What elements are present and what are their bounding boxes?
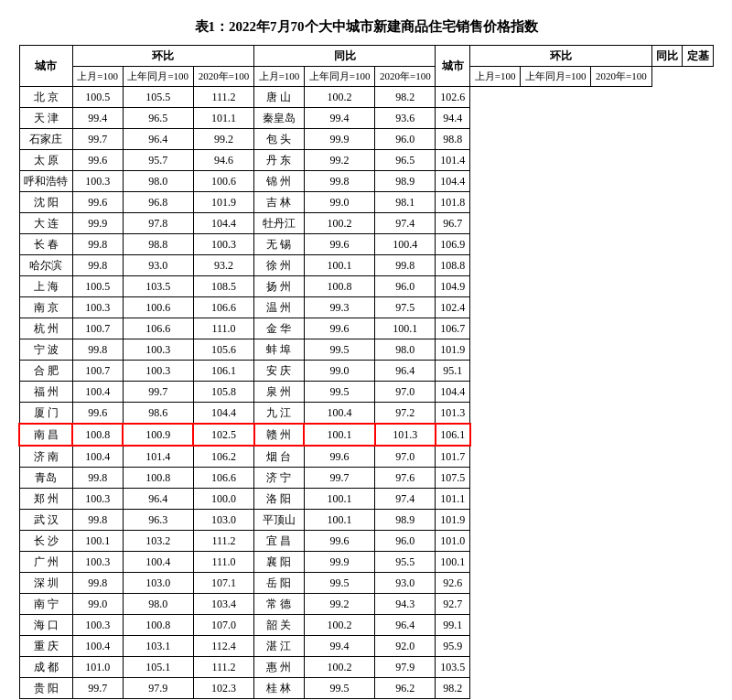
cell-value: 103.4 (193, 593, 253, 614)
cell-value: 103.2 (123, 530, 193, 551)
cell-value: 100.1 (436, 551, 470, 572)
cell-value: 97.0 (375, 446, 436, 468)
cell-value: 105.6 (193, 339, 253, 360)
cell-value: 105.5 (123, 86, 193, 107)
cell-value: 99.4 (304, 635, 374, 656)
table-row: 北 京100.5105.5111.2唐 山100.298.2102.6 (19, 86, 714, 107)
table-row: 沈 阳99.696.8101.9吉 林99.098.1101.8 (19, 191, 714, 212)
table-row: 重 庆100.4103.1112.4湛 江99.492.095.9 (19, 635, 714, 656)
sub-dj-right: 2020年=100 (375, 67, 436, 87)
cell-city-left: 成 都 (19, 656, 72, 677)
cell-value: 104.9 (436, 275, 470, 296)
cell-value: 99.8 (72, 339, 123, 360)
cell-value: 100.3 (123, 360, 193, 381)
cell-value: 107.1 (193, 572, 253, 593)
cell-city-left: 杭 州 (19, 318, 72, 339)
cell-city-right: 烟 台 (254, 446, 305, 468)
cell-value: 92.0 (375, 635, 436, 656)
cell-value: 100.1 (304, 424, 374, 446)
table-row: 武 汉99.896.3103.0平顶山100.198.9101.9 (19, 509, 714, 530)
cell-value: 100.1 (304, 488, 374, 509)
cell-value: 99.6 (304, 233, 374, 254)
cell-city-right: 唐 山 (254, 86, 305, 107)
table-row: 太 原99.695.794.6丹 东99.296.5101.4 (19, 149, 714, 170)
table-row: 郑 州100.396.4100.0洛 阳100.197.4101.1 (19, 488, 714, 509)
cell-city-left: 海 口 (19, 614, 72, 635)
cell-value: 108.8 (436, 254, 470, 275)
cell-value: 99.4 (304, 107, 374, 128)
cell-value: 98.0 (123, 593, 193, 614)
cell-value: 106.9 (436, 233, 470, 254)
cell-city-right: 常 德 (254, 593, 305, 614)
cell-value: 95.7 (123, 149, 193, 170)
cell-value: 98.8 (123, 233, 193, 254)
cell-value: 101.4 (436, 149, 470, 170)
cell-value: 96.4 (123, 128, 193, 149)
cell-value: 99.9 (304, 128, 374, 149)
sub-tb-right2: 上年同月=100 (521, 67, 591, 87)
cell-value: 103.5 (436, 656, 470, 677)
cell-city-left: 呼和浩特 (19, 170, 72, 191)
table-row: 哈尔滨99.893.093.2徐 州100.199.8108.8 (19, 254, 714, 275)
cell-city-left: 石家庄 (19, 128, 72, 149)
cell-city-right: 温 州 (254, 296, 305, 318)
cell-city-right: 扬 州 (254, 275, 305, 296)
table-row: 济 南100.4101.4106.2烟 台99.697.0101.7 (19, 446, 714, 468)
cell-value: 98.2 (375, 86, 436, 107)
cell-value: 98.0 (375, 339, 436, 360)
cell-value: 100.7 (72, 318, 123, 339)
cell-value: 100.2 (304, 212, 374, 233)
table-row: 成 都101.0105.1111.2惠 州100.297.9103.5 (19, 656, 714, 677)
table-row: 长 春99.898.8100.3无 锡99.6100.4106.9 (19, 233, 714, 254)
table-row: 青岛99.8100.8106.6济 宁99.797.6107.5 (19, 467, 714, 488)
cell-value: 99.5 (304, 339, 374, 360)
cell-value: 101.4 (123, 446, 193, 468)
cell-value: 100.1 (304, 509, 374, 530)
cell-value: 106.6 (193, 467, 253, 488)
cell-value: 100.9 (123, 424, 193, 446)
cell-value: 97.4 (375, 212, 436, 233)
cell-value: 104.4 (193, 402, 253, 424)
cell-city-left: 广 州 (19, 551, 72, 572)
table-row: 长 沙100.1103.2111.2宜 昌99.696.0101.0 (19, 530, 714, 551)
cell-city-left: 济 南 (19, 446, 72, 468)
cell-value: 96.0 (375, 128, 436, 149)
cell-value: 100.1 (375, 318, 436, 339)
cell-city-left: 深 圳 (19, 572, 72, 593)
cell-city-right: 惠 州 (254, 656, 305, 677)
page-container: 表1：2022年7月70个大中城市新建商品住宅销售价格指数 城市 环比 同比 城… (18, 18, 714, 699)
cell-value: 105.1 (123, 656, 193, 677)
cell-value: 100.7 (72, 360, 123, 381)
cell-value: 97.0 (375, 381, 436, 402)
cell-value: 100.3 (123, 339, 193, 360)
cell-value: 103.0 (123, 572, 193, 593)
cell-city-left: 武 汉 (19, 509, 72, 530)
cell-city-right: 包 头 (254, 128, 305, 149)
cell-value: 101.1 (193, 107, 253, 128)
cell-city-left: 哈尔滨 (19, 254, 72, 275)
col-city-left: 城市 (19, 46, 72, 87)
cell-value: 100.4 (375, 233, 436, 254)
cell-value: 100.3 (72, 614, 123, 635)
cell-value: 99.1 (436, 614, 470, 635)
cell-city-right: 锦 州 (254, 170, 305, 191)
col-tb-right: 同比 (651, 46, 683, 67)
cell-value: 99.8 (72, 254, 123, 275)
cell-city-right: 无 锡 (254, 233, 305, 254)
cell-value: 99.5 (304, 381, 374, 402)
cell-value: 99.9 (304, 551, 374, 572)
cell-value: 99.6 (72, 191, 123, 212)
col-tb-left: 同比 (254, 46, 436, 67)
cell-value: 105.8 (193, 381, 253, 402)
cell-value: 101.0 (72, 656, 123, 677)
cell-value: 96.4 (375, 360, 436, 381)
cell-value: 96.3 (123, 509, 193, 530)
cell-value: 100.6 (193, 170, 253, 191)
cell-value: 101.9 (436, 509, 470, 530)
cell-value: 100.2 (304, 614, 374, 635)
cell-value: 102.5 (193, 424, 253, 446)
cell-value: 93.0 (375, 572, 436, 593)
cell-city-right: 牡丹江 (254, 212, 305, 233)
cell-value: 99.8 (72, 572, 123, 593)
table-row: 呼和浩特100.398.0100.6锦 州99.898.9104.4 (19, 170, 714, 191)
